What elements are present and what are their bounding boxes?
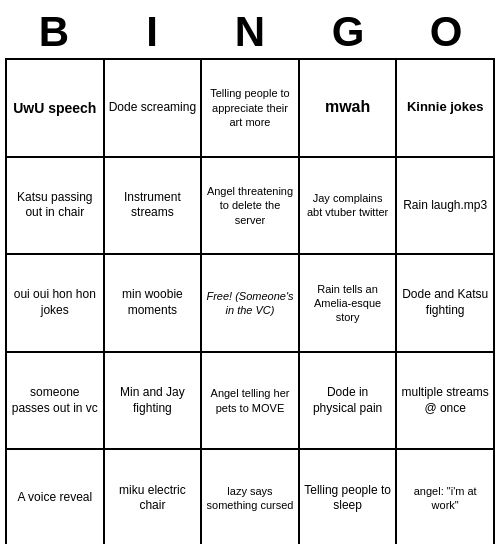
bingo-cell-22[interactable]: lazy says something cursed <box>202 450 300 544</box>
bingo-cell-14[interactable]: Dode and Katsu fighting <box>397 255 495 353</box>
bingo-cell-12[interactable]: Free! (Someone's in the VC) <box>202 255 300 353</box>
bingo-cell-21[interactable]: miku electric chair <box>105 450 203 544</box>
bingo-cell-5[interactable]: Katsu passing out in chair <box>7 158 105 256</box>
bingo-cell-8[interactable]: Jay complains abt vtuber twitter <box>300 158 398 256</box>
bingo-cell-7[interactable]: Angel threatening to delete the server <box>202 158 300 256</box>
bingo-cell-9[interactable]: Rain laugh.mp3 <box>397 158 495 256</box>
bingo-cell-6[interactable]: Instrument streams <box>105 158 203 256</box>
bingo-cell-19[interactable]: multiple streams @ once <box>397 353 495 451</box>
bingo-cell-23[interactable]: Telling people to sleep <box>300 450 398 544</box>
bingo-header: B I N G O <box>5 8 495 56</box>
bingo-cell-1[interactable]: Dode screaming <box>105 60 203 158</box>
bingo-cell-11[interactable]: min woobie moments <box>105 255 203 353</box>
bingo-cell-10[interactable]: oui oui hon hon jokes <box>7 255 105 353</box>
bingo-grid: UwU speechDode screamingTelling people t… <box>5 58 495 544</box>
letter-n: N <box>206 8 294 56</box>
bingo-cell-0[interactable]: UwU speech <box>7 60 105 158</box>
letter-b: B <box>10 8 98 56</box>
bingo-cell-15[interactable]: someone passes out in vc <box>7 353 105 451</box>
bingo-cell-17[interactable]: Angel telling her pets to MOVE <box>202 353 300 451</box>
letter-o: O <box>402 8 490 56</box>
bingo-card: B I N G O UwU speechDode screamingTellin… <box>5 8 495 544</box>
bingo-cell-18[interactable]: Dode in physical pain <box>300 353 398 451</box>
bingo-cell-13[interactable]: Rain tells an Amelia-esque story <box>300 255 398 353</box>
bingo-cell-2[interactable]: Telling people to appreciate their art m… <box>202 60 300 158</box>
bingo-cell-16[interactable]: Min and Jay fighting <box>105 353 203 451</box>
letter-i: I <box>108 8 196 56</box>
bingo-cell-24[interactable]: angel: "i'm at work" <box>397 450 495 544</box>
letter-g: G <box>304 8 392 56</box>
bingo-cell-4[interactable]: Kinnie jokes <box>397 60 495 158</box>
bingo-cell-20[interactable]: A voice reveal <box>7 450 105 544</box>
bingo-cell-3[interactable]: mwah <box>300 60 398 158</box>
